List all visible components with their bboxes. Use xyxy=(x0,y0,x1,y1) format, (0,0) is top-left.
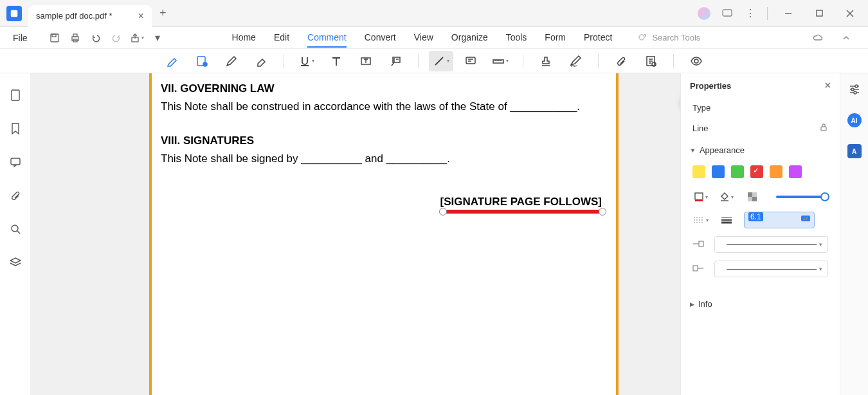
minimize-button[interactable] xyxy=(775,4,801,23)
highlight-tool[interactable] xyxy=(160,51,185,71)
signature-tool[interactable] xyxy=(563,51,588,71)
message-icon[interactable] xyxy=(718,5,736,23)
svg-rect-24 xyxy=(11,158,20,165)
tab-form[interactable]: Form xyxy=(545,28,566,48)
type-value: Line xyxy=(692,124,709,133)
svg-rect-1 xyxy=(723,10,732,16)
comments-panel-icon[interactable] xyxy=(6,153,24,171)
document-viewport[interactable]: VII. GOVERNING LAW This Note shall be co… xyxy=(31,73,680,395)
tab-convert[interactable]: Convert xyxy=(365,28,396,48)
appearance-section[interactable]: ▼Appearance xyxy=(681,139,840,161)
textbox-tool[interactable] xyxy=(354,51,378,71)
layers-icon[interactable] xyxy=(6,253,24,271)
svg-rect-3 xyxy=(817,10,822,16)
search-placeholder: Search Tools xyxy=(652,33,700,42)
color-blue[interactable] xyxy=(712,165,725,178)
pencil-tool[interactable] xyxy=(219,51,244,71)
line-annotation[interactable] xyxy=(442,210,603,214)
stamp-tool[interactable] xyxy=(534,51,558,71)
line-end-style[interactable]: ▾ xyxy=(714,261,828,277)
chevron-up-icon[interactable] xyxy=(836,28,856,48)
tab-home[interactable]: Home xyxy=(232,28,256,48)
thumbnails-icon[interactable] xyxy=(6,86,24,104)
file-menu[interactable]: File xyxy=(5,33,35,43)
color-red[interactable] xyxy=(750,165,763,178)
svg-rect-0 xyxy=(11,10,18,17)
tab-protect[interactable]: Protect xyxy=(584,28,612,48)
right-rail: AI A xyxy=(840,73,868,395)
redo-icon[interactable] xyxy=(106,28,127,48)
svg-point-47 xyxy=(851,88,854,91)
svg-point-25 xyxy=(12,225,18,232)
cloud-icon[interactable] xyxy=(808,28,828,48)
svg-rect-23 xyxy=(12,90,19,100)
doc-paragraph-8: This Note shall be signed by __________ … xyxy=(161,150,607,169)
settings-sliders-icon[interactable] xyxy=(846,81,863,98)
svg-point-22 xyxy=(694,59,698,63)
app-logo xyxy=(6,6,22,21)
opacity-button[interactable] xyxy=(744,190,761,204)
notes-panel-tool[interactable] xyxy=(638,51,663,71)
line-style-button[interactable]: ▾ xyxy=(692,213,709,227)
svg-rect-40 xyxy=(699,241,703,246)
tab-view[interactable]: View xyxy=(414,28,433,48)
fill-color-button[interactable]: ▾ xyxy=(718,190,735,204)
tab-comment[interactable]: Comment xyxy=(307,28,347,48)
line-start-icon xyxy=(692,239,705,250)
maximize-button[interactable] xyxy=(806,4,832,23)
attachment-tool[interactable] xyxy=(609,51,633,71)
line-weight-icon[interactable] xyxy=(718,213,735,227)
color-swatches xyxy=(681,161,840,186)
new-tab-button[interactable]: + xyxy=(159,6,167,20)
undo-icon[interactable] xyxy=(86,28,106,48)
info-section[interactable]: ▶Info xyxy=(681,293,840,315)
stroke-color-button[interactable]: ▾ xyxy=(692,190,709,204)
ai-assistant-icon[interactable]: AI xyxy=(846,112,863,129)
more-menu-icon[interactable]: ▾ xyxy=(147,28,168,48)
svg-rect-32 xyxy=(748,192,752,197)
measure-tool[interactable]: ▾ xyxy=(488,51,512,71)
avatar-icon[interactable] xyxy=(695,5,713,23)
tab-edit[interactable]: Edit xyxy=(274,28,289,48)
underline-tool[interactable]: ▾ xyxy=(294,51,319,71)
color-yellow[interactable] xyxy=(692,165,705,178)
bookmarks-icon[interactable] xyxy=(6,120,24,138)
close-tab-icon[interactable]: × xyxy=(138,10,144,22)
opacity-slider[interactable] xyxy=(776,196,828,198)
svg-rect-42 xyxy=(693,266,698,271)
doc-heading-8: VIII. SIGNATURES xyxy=(161,134,607,147)
close-window-button[interactable] xyxy=(837,4,863,23)
color-purple[interactable] xyxy=(789,165,802,178)
document-tab[interactable]: sample pdf doc.pdf * × xyxy=(28,5,152,27)
line-end-icon xyxy=(692,264,705,275)
close-panel-icon[interactable]: × xyxy=(825,80,831,91)
properties-panel: Properties × Type Line ▼Appearance ▾ ▾ ▾… xyxy=(680,73,840,395)
svg-rect-27 xyxy=(821,127,826,131)
note-tool[interactable] xyxy=(458,51,483,71)
line-tool[interactable]: ▾ xyxy=(429,51,453,71)
lock-icon[interactable] xyxy=(819,123,828,134)
tab-organize[interactable]: Organize xyxy=(451,28,488,48)
tab-tools[interactable]: Tools xyxy=(506,28,527,48)
save-icon[interactable] xyxy=(44,28,65,48)
svg-point-14 xyxy=(203,62,207,66)
svg-rect-28 xyxy=(695,193,703,199)
share-icon[interactable]: ▾ xyxy=(127,28,147,48)
text-tool[interactable] xyxy=(324,51,348,71)
hide-comments-tool[interactable] xyxy=(684,51,709,71)
attachments-panel-icon[interactable] xyxy=(6,187,24,205)
thickness-input[interactable]: 6.1▴▾ xyxy=(744,212,815,228)
area-highlight-tool[interactable] xyxy=(190,51,214,71)
color-orange[interactable] xyxy=(770,165,782,178)
color-green[interactable] xyxy=(731,165,744,178)
print-icon[interactable] xyxy=(65,28,86,48)
kebab-menu-icon[interactable]: ⋮ xyxy=(741,5,759,23)
translate-icon[interactable]: A xyxy=(846,143,863,160)
line-start-style[interactable]: ▾ xyxy=(714,236,828,253)
svg-rect-29 xyxy=(695,200,703,201)
svg-point-45 xyxy=(855,85,858,87)
eraser-tool[interactable] xyxy=(249,51,273,71)
search-panel-icon[interactable] xyxy=(6,220,24,238)
search-tools[interactable]: Search Tools xyxy=(638,33,700,42)
callout-tool[interactable] xyxy=(383,51,408,71)
